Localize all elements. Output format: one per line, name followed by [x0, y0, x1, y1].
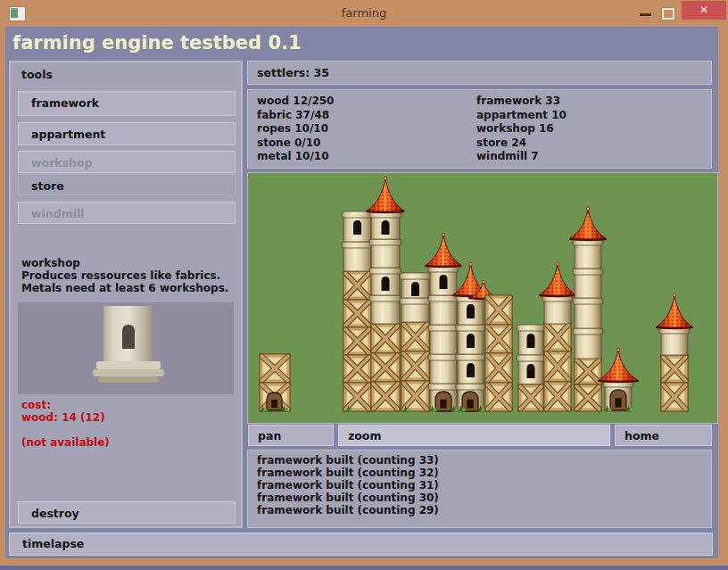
- cyl-part: [517, 325, 545, 355]
- resource-ropes: ropes 10/10: [257, 122, 334, 136]
- frame-part: [343, 383, 371, 411]
- cyl-part: [428, 325, 459, 354]
- frame-part: [401, 322, 429, 351]
- resources-column-left: wood 12/250 fabric 37/48 ropes 10/10 sto…: [257, 95, 334, 164]
- frame-part: [371, 353, 400, 382]
- tool-button-windmill[interactable]: windmill: [18, 202, 236, 224]
- resource-wood: wood 12/250: [257, 95, 334, 109]
- home-button[interactable]: home: [615, 425, 712, 446]
- frame-part: [544, 322, 571, 351]
- cyl-part: [456, 354, 485, 384]
- frame-part: [401, 351, 429, 381]
- cyl-part: [342, 242, 373, 271]
- settlers-count: settlers: 35: [257, 66, 329, 79]
- close-button[interactable]: ✕: [682, 1, 726, 20]
- frame-part: [371, 324, 400, 353]
- frame-part: [575, 384, 601, 411]
- cyl-part: [369, 239, 401, 268]
- preview-image: [18, 302, 234, 394]
- build-log: framework built (counting 33) framework …: [247, 450, 712, 528]
- selection-desc2: Metals need at least 6 workshops.: [21, 282, 228, 294]
- timelapse-button[interactable]: timelapse: [9, 533, 713, 556]
- frame-part: [343, 271, 371, 300]
- frame-part: [544, 351, 571, 382]
- count-framework: framework 33: [476, 95, 567, 109]
- tools-label: tools: [21, 68, 53, 81]
- frame-part: [343, 327, 371, 355]
- frame-part: [485, 295, 512, 325]
- cyl-part: [342, 211, 373, 242]
- resource-fabric: fabric 37/48: [257, 109, 334, 123]
- cyl-part: [369, 295, 401, 324]
- frame-part: [343, 355, 371, 383]
- maximize-button[interactable]: [662, 8, 674, 20]
- cyl-part: [428, 295, 459, 325]
- count-workshop: workshop 16: [476, 122, 567, 136]
- resources-box: wood 12/250 fabric 37/48 ropes 10/10 sto…: [247, 89, 712, 169]
- game-viewport[interactable]: [247, 172, 718, 424]
- window-title: farming: [0, 6, 728, 20]
- cyl-part: [456, 325, 485, 354]
- count-appartment: appartment 10: [476, 109, 567, 123]
- not-available: (not available): [21, 436, 110, 449]
- tool-button-store[interactable]: store: [18, 174, 236, 195]
- frame-part: [575, 358, 601, 384]
- selection-desc1: Produces ressources like fabrics.: [21, 269, 220, 282]
- cyl-part: [428, 266, 459, 295]
- door-part: [610, 390, 626, 410]
- tool-button-workshop[interactable]: workshop: [18, 151, 236, 173]
- cyl-part: [428, 354, 459, 384]
- cost-label: cost:: [21, 399, 51, 411]
- log-entry: framework built (counting 29): [257, 504, 711, 516]
- cost-wood: wood: 14 (12): [21, 411, 105, 424]
- cyl-part: [573, 239, 603, 268]
- cyl-part: [517, 355, 545, 384]
- page-title: farming engine testbed 0.1: [12, 32, 302, 54]
- frame-part: [485, 353, 512, 383]
- close-icon: ✕: [699, 4, 708, 16]
- frame-part: [544, 382, 571, 411]
- cyl-part: [659, 327, 690, 355]
- settlers-box: settlers: 35: [247, 61, 712, 85]
- cyl-part: [542, 295, 573, 324]
- frame-part: [371, 382, 400, 411]
- log-entry: framework built (counting 32): [257, 467, 711, 479]
- cyl-part: [573, 328, 603, 359]
- log-entry: framework built (counting 30): [257, 492, 711, 504]
- frame-part: [518, 384, 543, 411]
- door-part: [267, 392, 282, 410]
- log-entry: framework built (counting 31): [257, 479, 711, 492]
- game-scene: [248, 173, 717, 423]
- count-store: store 24: [476, 136, 567, 151]
- tool-button-appartment[interactable]: appartment: [18, 122, 236, 145]
- frame-part: [661, 383, 688, 411]
- cyl-part: [573, 298, 603, 328]
- cyl-part: [369, 268, 401, 295]
- resource-stone: stone 0/10: [257, 136, 334, 151]
- resources-column-right: framework 33 appartment 10 workshop 16 s…: [476, 95, 567, 164]
- door-part: [435, 392, 451, 411]
- cyl-part: [400, 298, 431, 322]
- selection-name: workshop: [21, 257, 80, 269]
- pan-button[interactable]: pan: [248, 425, 334, 446]
- tools-panel: tools framework appartment workshop stor…: [9, 61, 243, 528]
- window-content: farming engine testbed 0.1 tools framewo…: [5, 27, 718, 558]
- window-titlebar: farming ✕: [0, 0, 728, 27]
- cyl-part: [400, 273, 431, 298]
- resource-metal: metal 10/10: [257, 150, 334, 164]
- minimize-button[interactable]: [640, 13, 651, 16]
- window-bottom-edge: [0, 566, 728, 570]
- log-entry: framework built (counting 33): [257, 454, 711, 467]
- cyl-part: [369, 211, 401, 239]
- frame-part: [485, 325, 512, 353]
- frame-part: [485, 383, 512, 411]
- frame-part: [343, 300, 371, 327]
- frame-part: [260, 354, 290, 383]
- cyl-part: [573, 268, 603, 298]
- door-part: [462, 392, 478, 411]
- tool-button-framework[interactable]: framework: [18, 91, 236, 116]
- count-windmill: windmill 7: [476, 150, 567, 164]
- frame-part: [661, 355, 688, 383]
- destroy-button[interactable]: destroy: [18, 501, 236, 524]
- zoom-button[interactable]: zoom: [338, 425, 610, 446]
